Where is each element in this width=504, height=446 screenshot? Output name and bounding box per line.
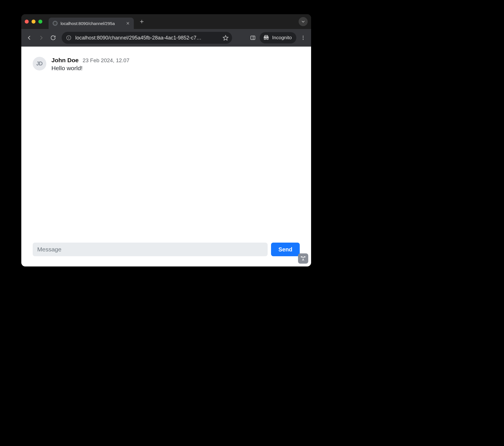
avatar: JD xyxy=(33,57,46,70)
globe-icon xyxy=(53,21,58,26)
browser-toolbar: localhost:8090/channel/295a45fb-28aa-4ac… xyxy=(21,29,311,47)
browser-window: localhost:8090/channel/295a localhost:80… xyxy=(21,14,311,266)
svg-point-7 xyxy=(303,37,304,38)
chat-message-list: JD John Doe 23 Feb 2024, 12.07 Hello wor… xyxy=(21,47,311,243)
tabs-dropdown-button[interactable] xyxy=(299,17,308,26)
message-input[interactable] xyxy=(33,243,268,256)
tab-title: localhost:8090/channel/295a xyxy=(61,21,122,26)
tab-close-button[interactable] xyxy=(125,21,130,26)
window-maximize-button[interactable] xyxy=(38,20,42,24)
browser-tab[interactable]: localhost:8090/channel/295a xyxy=(49,18,134,29)
incognito-indicator[interactable]: Incognito xyxy=(260,32,296,43)
site-info-icon[interactable] xyxy=(66,35,72,41)
page-viewport: JD John Doe 23 Feb 2024, 12.07 Hello wor… xyxy=(21,47,311,266)
vaadin-devtools-icon[interactable] xyxy=(298,253,308,264)
message-timestamp: 23 Feb 2024, 12.07 xyxy=(83,57,130,64)
address-bar[interactable]: localhost:8090/channel/295a45fb-28aa-4ac… xyxy=(62,32,232,44)
message-composer: Send xyxy=(21,243,311,266)
svg-point-8 xyxy=(303,39,304,40)
message-author: John Doe xyxy=(51,57,79,64)
back-button[interactable] xyxy=(24,33,34,43)
message-body: John Doe 23 Feb 2024, 12.07 Hello world! xyxy=(51,57,300,72)
send-button[interactable]: Send xyxy=(271,243,300,256)
chat-message: JD John Doe 23 Feb 2024, 12.07 Hello wor… xyxy=(33,57,300,72)
incognito-label: Incognito xyxy=(272,35,292,41)
side-panel-button[interactable] xyxy=(248,33,258,43)
window-controls xyxy=(25,20,42,24)
svg-point-6 xyxy=(303,36,304,37)
url-text: localhost:8090/channel/295a45fb-28aa-4ac… xyxy=(75,35,218,41)
window-minimize-button[interactable] xyxy=(32,20,36,24)
incognito-icon xyxy=(263,34,269,42)
forward-button[interactable] xyxy=(36,33,46,43)
message-header: John Doe 23 Feb 2024, 12.07 xyxy=(51,57,300,64)
message-text: Hello world! xyxy=(51,65,300,72)
bookmark-star-icon[interactable] xyxy=(222,34,229,41)
tab-strip: localhost:8090/channel/295a xyxy=(21,14,311,29)
browser-menu-button[interactable] xyxy=(298,33,308,43)
new-tab-button[interactable] xyxy=(138,18,146,26)
reload-button[interactable] xyxy=(48,33,58,43)
window-close-button[interactable] xyxy=(25,20,29,24)
